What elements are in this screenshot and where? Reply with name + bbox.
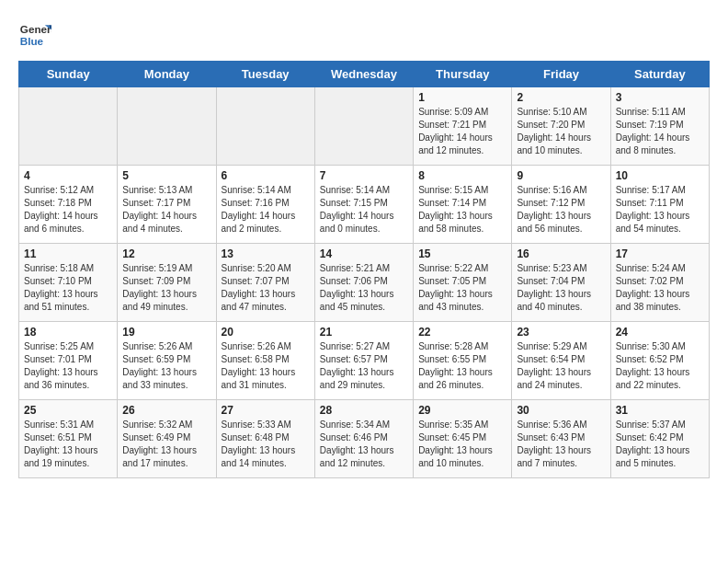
column-header-sunday: Sunday (19, 62, 118, 87)
day-info: Sunrise: 5:19 AMSunset: 7:09 PMDaylight:… (122, 262, 210, 314)
generalblue-logo-icon: General Blue (18, 18, 51, 52)
column-header-wednesday: Wednesday (314, 62, 413, 87)
calendar-day-cell: 18Sunrise: 5:25 AMSunset: 7:01 PMDayligh… (19, 322, 118, 400)
calendar-day-cell: 1Sunrise: 5:09 AMSunset: 7:21 PMDaylight… (414, 87, 512, 166)
calendar-week-row: 4Sunrise: 5:12 AMSunset: 7:18 PMDaylight… (19, 166, 710, 244)
day-info: Sunrise: 5:24 AMSunset: 7:02 PMDaylight:… (616, 262, 704, 314)
day-number: 25 (24, 404, 112, 417)
day-number: 11 (24, 247, 112, 260)
day-number: 1 (418, 91, 506, 104)
calendar-day-cell: 15Sunrise: 5:22 AMSunset: 7:05 PMDayligh… (414, 244, 512, 322)
svg-text:General: General (20, 23, 51, 35)
day-info: Sunrise: 5:22 AMSunset: 7:05 PMDaylight:… (418, 262, 506, 314)
calendar-header-row: SundayMondayTuesdayWednesdayThursdayFrid… (19, 62, 710, 87)
column-header-monday: Monday (118, 62, 216, 87)
day-info: Sunrise: 5:32 AMSunset: 6:49 PMDaylight:… (122, 419, 210, 470)
day-info: Sunrise: 5:20 AMSunset: 7:07 PMDaylight:… (222, 262, 310, 314)
calendar-day-cell: 9Sunrise: 5:16 AMSunset: 7:12 PMDaylight… (512, 166, 610, 244)
day-number: 10 (616, 169, 704, 182)
calendar-day-cell: 28Sunrise: 5:34 AMSunset: 6:46 PMDayligh… (314, 400, 413, 478)
day-number: 5 (122, 169, 210, 182)
calendar-day-cell: 10Sunrise: 5:17 AMSunset: 7:11 PMDayligh… (610, 166, 709, 244)
day-info: Sunrise: 5:28 AMSunset: 6:55 PMDaylight:… (418, 340, 506, 392)
day-number: 28 (320, 404, 408, 417)
day-number: 27 (222, 404, 310, 417)
calendar-day-cell: 5Sunrise: 5:13 AMSunset: 7:17 PMDaylight… (118, 166, 216, 244)
day-number: 19 (122, 326, 210, 339)
day-number: 13 (222, 247, 310, 260)
day-number: 30 (517, 404, 605, 417)
calendar-day-cell: 21Sunrise: 5:27 AMSunset: 6:57 PMDayligh… (314, 322, 413, 400)
calendar-day-cell: 22Sunrise: 5:28 AMSunset: 6:55 PMDayligh… (414, 322, 512, 400)
calendar-day-cell: 31Sunrise: 5:37 AMSunset: 6:42 PMDayligh… (610, 400, 709, 478)
calendar-day-cell: 6Sunrise: 5:14 AMSunset: 7:16 PMDaylight… (216, 166, 314, 244)
day-info: Sunrise: 5:30 AMSunset: 6:52 PMDaylight:… (616, 340, 704, 392)
day-info: Sunrise: 5:35 AMSunset: 6:45 PMDaylight:… (418, 419, 506, 470)
day-number: 17 (616, 247, 704, 260)
calendar-day-cell (19, 87, 118, 166)
column-header-friday: Friday (512, 62, 610, 87)
calendar-day-cell: 12Sunrise: 5:19 AMSunset: 7:09 PMDayligh… (118, 244, 216, 322)
day-number: 31 (616, 404, 704, 417)
calendar-week-row: 11Sunrise: 5:18 AMSunset: 7:10 PMDayligh… (19, 244, 710, 322)
day-info: Sunrise: 5:16 AMSunset: 7:12 PMDaylight:… (517, 184, 605, 236)
day-number: 15 (418, 247, 506, 260)
day-info: Sunrise: 5:26 AMSunset: 6:59 PMDaylight:… (122, 340, 210, 392)
day-number: 21 (320, 326, 408, 339)
day-info: Sunrise: 5:17 AMSunset: 7:11 PMDaylight:… (616, 184, 704, 236)
day-number: 20 (222, 326, 310, 339)
day-number: 18 (24, 326, 112, 339)
calendar-day-cell: 19Sunrise: 5:26 AMSunset: 6:59 PMDayligh… (118, 322, 216, 400)
day-info: Sunrise: 5:23 AMSunset: 7:04 PMDaylight:… (517, 262, 605, 314)
day-info: Sunrise: 5:10 AMSunset: 7:20 PMDaylight:… (517, 106, 605, 157)
day-info: Sunrise: 5:33 AMSunset: 6:48 PMDaylight:… (222, 419, 310, 470)
calendar-day-cell: 7Sunrise: 5:14 AMSunset: 7:15 PMDaylight… (314, 166, 413, 244)
day-info: Sunrise: 5:36 AMSunset: 6:43 PMDaylight:… (517, 419, 605, 470)
day-number: 16 (517, 247, 605, 260)
calendar-day-cell: 25Sunrise: 5:31 AMSunset: 6:51 PMDayligh… (19, 400, 118, 478)
day-info: Sunrise: 5:26 AMSunset: 6:58 PMDaylight:… (222, 340, 310, 392)
column-header-saturday: Saturday (610, 62, 709, 87)
calendar-day-cell: 8Sunrise: 5:15 AMSunset: 7:14 PMDaylight… (414, 166, 512, 244)
day-info: Sunrise: 5:25 AMSunset: 7:01 PMDaylight:… (24, 340, 112, 392)
day-info: Sunrise: 5:12 AMSunset: 7:18 PMDaylight:… (24, 184, 112, 236)
calendar-day-cell: 24Sunrise: 5:30 AMSunset: 6:52 PMDayligh… (610, 322, 709, 400)
day-number: 12 (122, 247, 210, 260)
day-info: Sunrise: 5:13 AMSunset: 7:17 PMDaylight:… (122, 184, 210, 236)
calendar-day-cell (314, 87, 413, 166)
calendar-day-cell: 4Sunrise: 5:12 AMSunset: 7:18 PMDaylight… (19, 166, 118, 244)
day-info: Sunrise: 5:37 AMSunset: 6:42 PMDaylight:… (616, 419, 704, 470)
day-info: Sunrise: 5:29 AMSunset: 6:54 PMDaylight:… (517, 340, 605, 392)
day-info: Sunrise: 5:14 AMSunset: 7:16 PMDaylight:… (222, 184, 310, 236)
day-info: Sunrise: 5:14 AMSunset: 7:15 PMDaylight:… (320, 184, 408, 236)
calendar-day-cell: 30Sunrise: 5:36 AMSunset: 6:43 PMDayligh… (512, 400, 610, 478)
day-info: Sunrise: 5:15 AMSunset: 7:14 PMDaylight:… (418, 184, 506, 236)
calendar-day-cell: 2Sunrise: 5:10 AMSunset: 7:20 PMDaylight… (512, 87, 610, 166)
day-number: 14 (320, 247, 408, 260)
logo: General Blue (18, 18, 51, 52)
calendar-day-cell (118, 87, 216, 166)
calendar-week-row: 25Sunrise: 5:31 AMSunset: 6:51 PMDayligh… (19, 400, 710, 478)
calendar-day-cell: 3Sunrise: 5:11 AMSunset: 7:19 PMDaylight… (610, 87, 709, 166)
calendar-week-row: 1Sunrise: 5:09 AMSunset: 7:21 PMDaylight… (19, 87, 710, 166)
calendar-day-cell: 23Sunrise: 5:29 AMSunset: 6:54 PMDayligh… (512, 322, 610, 400)
calendar-day-cell: 14Sunrise: 5:21 AMSunset: 7:06 PMDayligh… (314, 244, 413, 322)
calendar-day-cell: 20Sunrise: 5:26 AMSunset: 6:58 PMDayligh… (216, 322, 314, 400)
day-number: 26 (122, 404, 210, 417)
svg-text:Blue: Blue (20, 35, 44, 47)
day-info: Sunrise: 5:21 AMSunset: 7:06 PMDaylight:… (320, 262, 408, 314)
calendar-day-cell (216, 87, 314, 166)
day-info: Sunrise: 5:31 AMSunset: 6:51 PMDaylight:… (24, 419, 112, 470)
calendar-table: SundayMondayTuesdayWednesdayThursdayFrid… (18, 61, 710, 478)
day-number: 3 (616, 91, 704, 104)
day-info: Sunrise: 5:09 AMSunset: 7:21 PMDaylight:… (418, 106, 506, 157)
calendar-day-cell: 26Sunrise: 5:32 AMSunset: 6:49 PMDayligh… (118, 400, 216, 478)
day-number: 4 (24, 169, 112, 182)
calendar-week-row: 18Sunrise: 5:25 AMSunset: 7:01 PMDayligh… (19, 322, 710, 400)
day-info: Sunrise: 5:34 AMSunset: 6:46 PMDaylight:… (320, 419, 408, 470)
calendar-day-cell: 17Sunrise: 5:24 AMSunset: 7:02 PMDayligh… (610, 244, 709, 322)
day-number: 8 (418, 169, 506, 182)
day-number: 6 (222, 169, 310, 182)
day-number: 2 (517, 91, 605, 104)
day-info: Sunrise: 5:11 AMSunset: 7:19 PMDaylight:… (616, 106, 704, 157)
